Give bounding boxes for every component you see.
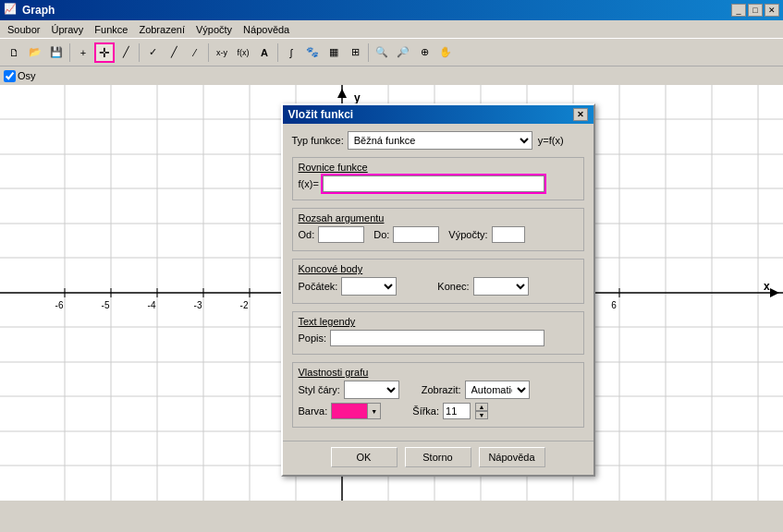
koncove-body-section: Koncové body Počátek: Konec: <box>292 259 584 304</box>
app-icon: 📈 <box>4 3 18 18</box>
popis-input[interactable] <box>330 330 544 346</box>
title-bar: 📈 Graph _ □ ✕ <box>0 0 783 20</box>
storno-button[interactable]: Storno <box>405 447 471 467</box>
text-legendy-section: Text legendy Popis: <box>292 311 584 355</box>
curve-button[interactable]: ∫ <box>281 42 301 63</box>
point-button[interactable]: 🐾 <box>302 42 323 63</box>
line-tool-button[interactable]: ╱ <box>116 42 136 63</box>
sep3 <box>208 43 209 62</box>
sirka-spinner[interactable]: ▲ ▼ <box>475 403 488 419</box>
sirka-label: Šířka: <box>412 405 439 417</box>
od-label: Od: <box>299 229 315 240</box>
menu-zobrazeni[interactable]: Zobrazení <box>133 22 190 37</box>
text-legendy-title: Text legendy <box>299 316 578 327</box>
menu-funkce[interactable]: Funkce <box>89 22 133 37</box>
checkbox-row: Osy <box>0 66 783 85</box>
table-button[interactable]: ⊞ <box>345 42 365 63</box>
sep2 <box>139 43 140 62</box>
konec-select[interactable] <box>473 277 529 296</box>
pocatek-select[interactable] <box>341 277 397 296</box>
styl-select[interactable] <box>344 381 399 399</box>
new-button[interactable]: 🗋 <box>4 42 24 63</box>
rozsah-section: Rozsah argumentu Od: Do: Výpočty: <box>292 208 584 251</box>
vypocty-input[interactable] <box>492 226 525 243</box>
hand-button[interactable]: ✋ <box>435 42 456 63</box>
typ-funkce-label: Typ funkce: <box>292 135 344 146</box>
rozsah-row: Od: Do: Výpočty: <box>299 226 578 243</box>
popis-row: Popis: <box>299 330 578 346</box>
dialog-close-button[interactable]: ✕ <box>573 108 588 121</box>
add-button[interactable]: + <box>73 42 93 63</box>
graph-area: -6 -5 -4 -3 -2 -1 1 2 3 4 5 6 5 4 3 2 1 … <box>0 85 783 501</box>
menu-soubor[interactable]: Soubor <box>2 22 45 37</box>
close-btn[interactable]: ✕ <box>765 4 779 17</box>
od-input[interactable] <box>318 226 364 243</box>
typ-funkce-section: Typ funkce: Běžná funkceParametrická fun… <box>292 131 584 150</box>
dialog-body: Typ funkce: Běžná funkceParametrická fun… <box>283 124 593 441</box>
sep4 <box>277 43 278 62</box>
spinner-up[interactable]: ▲ <box>475 403 488 411</box>
popis-label: Popis: <box>299 332 327 344</box>
menu-upravy[interactable]: Úpravy <box>45 22 89 37</box>
typ-funkce-row: Typ funkce: Běžná funkceParametrická fun… <box>292 131 584 150</box>
rovnice-row: f(x)= <box>299 175 578 192</box>
typ-funkce-suffix: y=f(x) <box>538 135 564 146</box>
sep1 <box>69 43 70 62</box>
vlastnosti-row2: Barva: ▼ Šířka: ▲ ▼ <box>299 403 578 419</box>
window-controls: _ □ ✕ <box>731 4 779 17</box>
dialog-title-text: Vložit funkci <box>288 108 354 121</box>
fx-button[interactable]: f(x) <box>233 42 253 63</box>
koncove-body-title: Koncové body <box>299 263 578 274</box>
barva-swatch <box>331 403 368 419</box>
style1-button[interactable]: ╱ <box>164 42 184 63</box>
typ-funkce-select[interactable]: Běžná funkceParametrická funkcePolární f… <box>348 131 532 150</box>
menu-napoveda[interactable]: Nápověda <box>238 22 295 37</box>
vlastnosti-section: Vlastnosti grafu Styl čáry: Zobrazit: Au… <box>292 362 584 428</box>
vlastnosti-title: Vlastnosti grafu <box>299 367 578 378</box>
style2-button[interactable]: ⁄ <box>185 42 205 63</box>
crosshair-button[interactable]: ✛ <box>94 42 115 63</box>
open-button[interactable]: 📂 <box>25 42 45 63</box>
rovnice-title: Rovnice funkce <box>299 162 578 173</box>
do-label: Do: <box>373 229 389 240</box>
zoom-out-button[interactable]: 🔎 <box>393 42 413 63</box>
fx-input[interactable] <box>323 175 544 192</box>
zoom-fit-button[interactable]: ⊕ <box>414 42 434 63</box>
spinner-down[interactable]: ▼ <box>475 411 488 419</box>
minimize-btn[interactable]: _ <box>731 4 746 17</box>
osy-checkbox[interactable] <box>4 70 16 82</box>
zobrazit-label: Zobrazit: <box>422 384 461 395</box>
menu-vypocty[interactable]: Výpočty <box>190 22 238 37</box>
dialog-buttons: OK Storno Nápověda <box>283 441 593 475</box>
window-title: Graph <box>22 4 731 17</box>
sirka-input[interactable] <box>443 403 471 419</box>
save-button[interactable]: 💾 <box>46 42 67 63</box>
dialog-overlay: Vložit funkci ✕ Typ funkce: Běžná funkce… <box>0 85 783 501</box>
dialog-vložit-funkci: Vložit funkci ✕ Typ funkce: Běžná funkce… <box>281 103 595 477</box>
menu-bar: Soubor Úpravy Funkce Zobrazení Výpočty N… <box>0 20 783 39</box>
check-button[interactable]: ✓ <box>142 42 163 63</box>
barva-label: Barva: <box>299 405 328 417</box>
zoom-in-button[interactable]: 🔍 <box>372 42 392 63</box>
barva-dropdown-icon[interactable]: ▼ <box>368 403 381 419</box>
shade-button[interactable]: ▦ <box>324 42 344 63</box>
ok-button[interactable]: OK <box>331 447 398 467</box>
maximize-btn[interactable]: □ <box>748 4 763 17</box>
rovnice-section: Rovnice funkce f(x)= <box>292 157 584 200</box>
vlastnosti-row1: Styl čáry: Zobrazit: AutomaticManual <box>299 381 578 399</box>
osy-label: Osy <box>18 70 36 81</box>
dialog-title-bar: Vložit funkci ✕ <box>283 105 593 124</box>
zobrazit-select[interactable]: AutomaticManual <box>465 381 530 399</box>
do-input[interactable] <box>393 226 439 243</box>
xy-button[interactable]: x-y <box>212 42 232 63</box>
fx-label: f(x)= <box>299 178 319 189</box>
barva-picker[interactable]: ▼ <box>331 403 381 419</box>
koncove-row: Počátek: Konec: <box>299 277 578 296</box>
sep5 <box>368 43 369 62</box>
pocatek-label: Počátek: <box>299 281 338 292</box>
napoveda-button[interactable]: Nápověda <box>479 447 545 467</box>
styl-label: Styl čáry: <box>299 384 340 395</box>
konec-label: Konec: <box>437 281 469 292</box>
text-button[interactable]: A <box>254 42 275 63</box>
vypocty-label: Výpočty: <box>448 229 487 240</box>
